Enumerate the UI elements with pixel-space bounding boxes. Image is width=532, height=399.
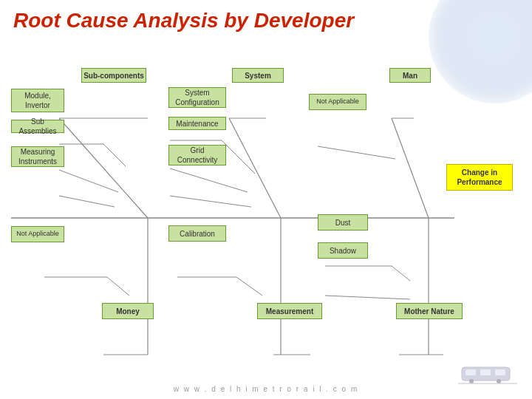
svg-line-6 — [59, 196, 115, 207]
svg-line-11 — [170, 168, 248, 192]
svg-point-34 — [497, 379, 501, 383]
svg-line-10 — [222, 140, 255, 174]
svg-line-19 — [107, 277, 129, 296]
svg-line-28 — [325, 296, 410, 299]
svg-line-5 — [59, 170, 118, 192]
svg-line-14 — [392, 118, 429, 218]
svg-line-4 — [103, 144, 126, 166]
maintenance-box: Maintenance — [168, 117, 226, 130]
svg-line-15 — [318, 146, 395, 159]
svg-rect-31 — [480, 369, 491, 375]
sub-components-label: Sub-components — [81, 68, 146, 83]
svg-point-33 — [469, 379, 474, 383]
svg-rect-32 — [495, 369, 505, 375]
not-applicable-top-box: Not Applicable — [309, 94, 366, 110]
measuring-instruments-box: Measuring Instruments — [11, 146, 64, 167]
change-in-performance-box: Change in Performance — [446, 164, 513, 191]
sub-assemblies-box: Sub Assemblies — [11, 120, 64, 133]
grid-connectivity-box: Grid Connectivity — [168, 145, 226, 166]
svg-line-27 — [392, 266, 410, 281]
svg-line-8 — [229, 118, 281, 218]
svg-rect-30 — [466, 369, 476, 375]
money-box: Money — [102, 303, 154, 319]
mother-nature-box: Mother Nature — [396, 303, 463, 319]
module-invertor-box: Module, Invertor — [11, 89, 64, 112]
watermark: w w w . d e l h i m e t r o r a i l . c … — [174, 385, 358, 393]
metro-logo-decoration — [458, 356, 517, 386]
system-label: System — [232, 68, 284, 83]
calibration-box: Calibration — [168, 225, 226, 242]
not-applicable-bottom-box: Not Applicable — [11, 226, 64, 242]
dust-box: Dust — [318, 214, 368, 231]
svg-line-12 — [170, 196, 251, 207]
measurement-box: Measurement — [257, 303, 322, 319]
svg-line-1 — [59, 118, 148, 218]
svg-line-23 — [236, 277, 262, 296]
shadow-box: Shadow — [318, 242, 368, 259]
page-title: Root Cause Analysis by Developer — [13, 9, 354, 33]
system-configuration-box: System Configuration — [168, 87, 226, 108]
man-label: Man — [389, 68, 431, 83]
fishbone-lines — [0, 44, 532, 384]
